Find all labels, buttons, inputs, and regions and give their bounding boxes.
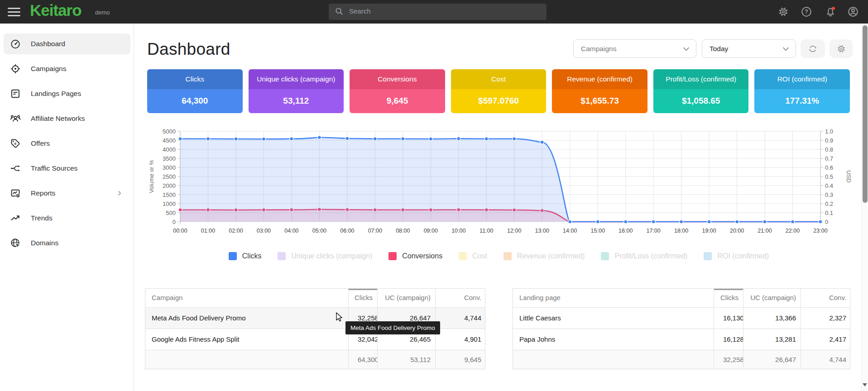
date-range-select[interactable]: Today: [702, 39, 796, 58]
sidebar-item-landings-pages[interactable]: Landings Pages: [4, 83, 130, 104]
menu-icon[interactable]: [8, 8, 20, 17]
chevron-down-icon: [782, 45, 790, 53]
svg-text:08:00: 08:00: [396, 228, 410, 234]
svg-text:s: s: [14, 141, 17, 146]
dashboard-settings-button[interactable]: [830, 39, 853, 58]
scroll-down-arrow[interactable]: [863, 383, 867, 386]
stat-card-label: ROI (confirmed): [754, 69, 850, 89]
svg-text:12:00: 12:00: [507, 228, 521, 234]
table-row[interactable]: Little Caesars16,13013,3662,327: [513, 307, 850, 329]
sidebar-item-campaigns[interactable]: Campaigns: [4, 58, 130, 79]
sidebar-item-label: Trends: [31, 208, 53, 229]
sidebar-item-offers[interactable]: sOffers: [4, 133, 130, 154]
legend-label: ROI (confirmed): [717, 252, 769, 260]
refresh-button[interactable]: [801, 39, 825, 58]
chevron-down-icon: [682, 45, 690, 53]
scrollbar-thumb[interactable]: [863, 25, 868, 203]
legend-swatch: [229, 252, 237, 260]
svg-text:4000: 4000: [163, 146, 176, 153]
notifications-icon[interactable]: [825, 6, 836, 18]
column-header-conv[interactable]: Conv.: [435, 289, 486, 307]
column-header-clicks[interactable]: Clicks: [714, 289, 743, 307]
account-icon[interactable]: [847, 6, 859, 18]
stat-card-unique-clicks-campaign[interactable]: Unique clicks (campaign)53,112: [249, 69, 344, 113]
row-name[interactable]: Little Caesars: [513, 308, 714, 329]
stat-card-value: 64,300: [147, 89, 243, 113]
row-value: 13,366: [743, 308, 801, 329]
sidebar-item-domains[interactable]: Domains: [4, 233, 130, 253]
sidebar-item-dashboard[interactable]: Dashboard: [4, 33, 130, 54]
svg-text:0.5: 0.5: [825, 173, 833, 180]
row-name[interactable]: Google Ads Fitness App Split: [145, 329, 348, 350]
app-logo[interactable]: Keitaro: [30, 1, 82, 19]
table-footer-row: 32,25826,6474,744: [513, 350, 850, 369]
svg-text:05:00: 05:00: [312, 228, 326, 234]
legend-item-conversions[interactable]: Conversions: [388, 252, 442, 260]
legend-item-profit-loss-confirmed[interactable]: Profit/Loss (confirmed): [601, 252, 687, 260]
svg-text:04:00: 04:00: [284, 228, 298, 234]
legend-swatch: [388, 252, 397, 260]
svg-text:500: 500: [166, 210, 176, 216]
stat-card-roi-confirmed[interactable]: ROI (confirmed)177.31%: [754, 69, 850, 113]
landings-icon: [10, 88, 21, 99]
stat-card-value: 53,112: [249, 89, 344, 113]
column-header-uc-campaign[interactable]: UC (campaign): [743, 289, 801, 307]
stat-card-profit-loss-confirmed[interactable]: Profit/Loss (confirmed)$1,058.65: [653, 69, 749, 113]
svg-text:03:00: 03:00: [257, 228, 271, 234]
sort-indicator: [714, 289, 743, 290]
sidebar-item-reports[interactable]: Reports: [4, 183, 130, 204]
stat-card-cost[interactable]: Cost$597.0760: [451, 69, 547, 113]
sidebar-item-traffic-sources[interactable]: Traffic Sources: [4, 158, 130, 179]
svg-text:22:00: 22:00: [786, 228, 800, 234]
traffic-chart: 005000.110000.215000.320000.425000.53000…: [147, 126, 858, 243]
column-header-clicks[interactable]: Clicks: [348, 289, 377, 307]
table-footer-row: 64,30053,1129,645: [145, 350, 485, 369]
legend-item-revenue-confirmed[interactable]: Revenue (confirmed): [504, 252, 585, 260]
svg-text:0: 0: [173, 219, 176, 225]
stat-card-conversions[interactable]: Conversions9,645: [350, 69, 445, 113]
campaigns-filter-select[interactable]: Campaigns: [573, 39, 696, 58]
sidebar-item-trends[interactable]: Trends: [4, 208, 130, 229]
column-header-uc-campaign[interactable]: UC (campaign): [377, 289, 435, 307]
scrollbar[interactable]: [861, 24, 868, 391]
legend-swatch: [459, 252, 467, 260]
svg-text:3500: 3500: [163, 155, 176, 162]
row-name[interactable]: Papa Johns: [513, 329, 714, 350]
stat-card-value: $1,655.73: [552, 89, 647, 113]
legend-item-unique-clicks-campaign[interactable]: Unique clicks (campaign): [278, 252, 372, 260]
trends-icon: [10, 213, 21, 224]
legend-item-roi-confirmed[interactable]: ROI (confirmed): [704, 252, 769, 260]
settings-icon[interactable]: [777, 6, 789, 18]
stat-card-clicks[interactable]: Clicks64,300: [147, 69, 243, 113]
domains-icon: [10, 238, 21, 248]
legend-item-clicks[interactable]: Clicks: [229, 252, 262, 260]
row-value: 16,130: [714, 308, 743, 329]
stat-cards: Clicks64,300Unique clicks (campaign)53,1…: [147, 69, 850, 113]
sidebar-item-label: Dashboard: [31, 33, 65, 54]
legend-label: Profit/Loss (confirmed): [614, 252, 687, 260]
svg-text:11:00: 11:00: [480, 228, 493, 234]
sort-indicator: [348, 289, 377, 290]
legend-label: Unique clicks (campaign): [291, 252, 372, 260]
footer-value: 64,300: [348, 350, 377, 369]
column-header-campaign[interactable]: Campaign: [145, 289, 348, 307]
row-value: 4,901: [435, 329, 486, 350]
stat-card-label: Clicks: [147, 69, 243, 89]
svg-text:19:00: 19:00: [702, 228, 716, 234]
stat-card-revenue-confirmed[interactable]: Revenue (confirmed)$1,655.73: [552, 69, 647, 113]
search-input[interactable]: Search: [329, 4, 547, 20]
column-header-conv[interactable]: Conv.: [801, 289, 851, 307]
campaigns-icon: [10, 63, 21, 74]
footer-value: 26,647: [743, 350, 801, 369]
table-row[interactable]: Papa Johns16,12813,2812,417: [513, 329, 850, 350]
svg-text:0.4: 0.4: [825, 182, 833, 189]
offers-icon: s: [10, 138, 21, 149]
help-icon[interactable]: ?: [801, 6, 812, 18]
row-name[interactable]: Meta Ads Food Delivery Promo: [145, 308, 348, 329]
legend-swatch: [278, 252, 286, 260]
sidebar-item-affiliate-networks[interactable]: Affiliate Networks: [4, 108, 130, 129]
column-header-landing-page[interactable]: Landing page: [513, 289, 714, 307]
legend-item-cost[interactable]: Cost: [459, 252, 487, 260]
svg-text:06:00: 06:00: [340, 228, 354, 234]
table-header-row: CampaignClicksUC (campaign)Conv.: [145, 289, 485, 307]
